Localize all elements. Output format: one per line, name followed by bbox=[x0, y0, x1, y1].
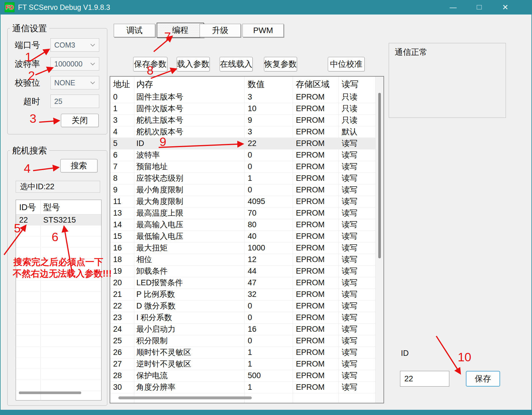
action-button[interactable]: 中位校准 bbox=[328, 57, 365, 71]
table-row[interactable]: 8 应答状态级别 1 EPROM 读写 bbox=[110, 173, 375, 184]
cell-read-write: 读写 bbox=[342, 266, 357, 277]
table-row[interactable]: 15 最低输入电压 40 EPROM 读写 bbox=[110, 231, 375, 242]
cell-read-write: 读写 bbox=[342, 312, 357, 323]
cell-read-write: 读写 bbox=[342, 300, 357, 312]
table-row[interactable]: 1 固件次版本号 10 EPROM 只读 bbox=[110, 103, 375, 115]
table-row[interactable]: 19 卸载条件 44 EPROM 读写 bbox=[110, 266, 375, 277]
id-input[interactable]: 22 bbox=[400, 371, 449, 387]
table-row[interactable]: 3 舵机主版本号 9 EPROM 只读 bbox=[110, 115, 375, 126]
cell-value: 12 bbox=[248, 254, 256, 265]
save-button[interactable]: 保存 bbox=[466, 371, 500, 387]
field-label: 校验位 bbox=[11, 76, 40, 89]
cell-read-write: 读写 bbox=[342, 149, 357, 161]
cell-storage-area: EPROM bbox=[296, 277, 325, 288]
cell-storage-area: EPROM bbox=[296, 370, 325, 381]
table-row[interactable]: 20 LED报警条件 47 EPROM 读写 bbox=[110, 277, 375, 289]
cell-memory-name: ID bbox=[136, 138, 144, 149]
servo-list-header: ID号 型号 bbox=[16, 200, 101, 214]
table-row[interactable]: 7 预留地址 0 EPROM 读写 bbox=[110, 161, 375, 173]
minimize-button[interactable]: — bbox=[445, 0, 462, 15]
table-row[interactable]: 6 波特率 0 EPROM 读写 bbox=[110, 149, 375, 161]
close-port-button[interactable]: 关闭 bbox=[61, 114, 99, 127]
cell-value: 0 bbox=[248, 335, 252, 347]
table-row[interactable]: 22 D 微分系数 0 EPROM 读写 bbox=[110, 300, 375, 312]
cell-read-write: 读写 bbox=[342, 358, 357, 370]
annotation-7: 7 bbox=[164, 31, 171, 43]
cell-memory-name: 固件主版本号 bbox=[136, 91, 183, 103]
action-button[interactable]: 载入参数 bbox=[177, 57, 210, 71]
table-row[interactable]: 26 顺时针不灵敏区 1 EPROM 读写 bbox=[110, 347, 375, 358]
field-control[interactable]: COM3 bbox=[50, 38, 99, 52]
app-window: FD FT SCServo Debug V1.9.8.3 — ✕ 通信设置 端口… bbox=[0, 0, 532, 415]
titlebar[interactable]: FD FT SCServo Debug V1.9.8.3 — ✕ bbox=[1, 0, 531, 15]
cell-address: 0 bbox=[113, 91, 117, 103]
cell-value: 22 bbox=[248, 138, 256, 149]
table-row[interactable]: 21 P 比例系数 32 EPROM 读写 bbox=[110, 289, 375, 300]
table-row[interactable]: 11 最大角度限制 4095 EPROM 读写 bbox=[110, 196, 375, 208]
cell-memory-name: D 微分系数 bbox=[136, 300, 175, 312]
field-control[interactable]: 1000000 bbox=[50, 57, 99, 71]
action-button[interactable]: 在线载入 bbox=[220, 57, 253, 71]
search-button[interactable]: 搜索 bbox=[60, 159, 97, 172]
table-row[interactable]: 14 最高输入电压 80 EPROM 读写 bbox=[110, 219, 375, 231]
param-table-hscrollbar[interactable] bbox=[118, 396, 252, 399]
cell-read-write: 只读 bbox=[342, 103, 357, 114]
cell-value: 0 bbox=[248, 161, 252, 172]
table-row[interactable]: 30 角度分辨率 1 EPROM 读写 bbox=[110, 382, 375, 393]
status-text: 通信正常 bbox=[395, 47, 427, 58]
cell-memory-name: 卸载条件 bbox=[136, 266, 168, 277]
tab[interactable]: PWM bbox=[243, 24, 284, 37]
servo-search-group-label: 舵机搜索 bbox=[10, 145, 49, 157]
table-row[interactable]: 4 舵机次版本号 3 EPROM 默认 bbox=[110, 126, 375, 138]
cell-address: 9 bbox=[113, 184, 117, 196]
servo-list[interactable]: ID号 型号 22 STS3215 bbox=[16, 200, 102, 400]
field-control[interactable]: 25 bbox=[50, 95, 99, 108]
cell-memory-name: 积分限制 bbox=[136, 335, 168, 347]
table-row[interactable]: 0 固件主版本号 3 EPROM 只读 bbox=[110, 91, 375, 103]
table-row[interactable]: 27 逆时针不灵敏区 1 EPROM 读写 bbox=[110, 358, 375, 370]
cell-value: 70 bbox=[248, 208, 256, 219]
cell-storage-area: EPROM bbox=[296, 196, 325, 207]
cell-address: 5 bbox=[113, 138, 117, 149]
action-button[interactable]: 恢复参数 bbox=[264, 57, 297, 71]
annotation-5: 5 bbox=[14, 222, 21, 234]
table-row[interactable]: 28 保护电流 500 EPROM 读写 bbox=[110, 370, 375, 382]
servo-list-row[interactable]: 22 STS3215 bbox=[16, 214, 101, 225]
cell-address: 27 bbox=[113, 358, 122, 370]
table-row[interactable]: 5 ID 22 EPROM 读写 bbox=[110, 138, 375, 149]
chevron-down-icon bbox=[91, 61, 95, 65]
cell-address: 7 bbox=[113, 161, 117, 172]
table-row[interactable]: 24 最小启动力 16 EPROM 读写 bbox=[110, 324, 375, 335]
maximize-icon bbox=[477, 5, 482, 10]
cell-memory-name: 最高输入电压 bbox=[136, 219, 183, 230]
table-row[interactable]: 25 积分限制 0 EPROM 读写 bbox=[110, 335, 375, 347]
table-row[interactable]: 18 相位 12 EPROM 读写 bbox=[110, 254, 375, 266]
cell-storage-area: EPROM bbox=[296, 347, 325, 358]
cell-address: 22 bbox=[113, 300, 122, 312]
field-value: COM3 bbox=[51, 41, 91, 49]
cell-read-write: 读写 bbox=[342, 138, 357, 149]
maximize-button[interactable] bbox=[471, 0, 488, 15]
vscrollbar-thumb[interactable] bbox=[378, 93, 381, 258]
cell-address: 6 bbox=[113, 149, 117, 161]
param-table-rows: 0 固件主版本号 3 EPROM 只读 1 固件次版本号 10 EPROM 只读… bbox=[110, 91, 375, 393]
tab[interactable]: 升级 bbox=[200, 24, 241, 37]
table-row[interactable]: 13 最高温度上限 70 EPROM 读写 bbox=[110, 208, 375, 219]
field-control[interactable]: NONE bbox=[50, 76, 99, 89]
tab[interactable]: 调试 bbox=[114, 24, 155, 37]
id-label: ID bbox=[401, 349, 409, 358]
cell-value: 32 bbox=[248, 289, 256, 300]
table-row[interactable]: 23 I 积分系数 0 EPROM 读写 bbox=[110, 312, 375, 324]
cell-storage-area: EPROM bbox=[296, 161, 325, 172]
cell-value: 0 bbox=[248, 312, 252, 323]
table-row[interactable]: 16 最大扭矩 1000 EPROM 读写 bbox=[110, 242, 375, 254]
param-table-vscrollbar[interactable] bbox=[375, 77, 383, 403]
cell-read-write: 读写 bbox=[342, 289, 357, 300]
table-row[interactable]: 9 最小角度限制 0 EPROM 读写 bbox=[110, 184, 375, 196]
cell-storage-area: EPROM bbox=[296, 266, 325, 277]
servo-list-hscrollbar[interactable] bbox=[19, 391, 81, 394]
cell-address: 13 bbox=[113, 208, 122, 219]
close-button[interactable]: ✕ bbox=[497, 0, 514, 15]
cell-storage-area: EPROM bbox=[296, 289, 325, 300]
tab[interactable]: 编程 bbox=[157, 23, 204, 38]
